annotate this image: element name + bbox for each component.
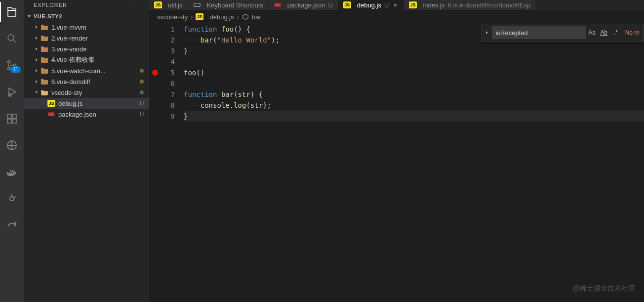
code-line[interactable]: } (184, 111, 644, 122)
remote-icon[interactable] (0, 135, 24, 155)
modified-badge: U (384, 1, 389, 9)
svg-rect-8 (12, 114, 16, 118)
code-line[interactable]: ····console.log(str); (184, 100, 644, 111)
json-icon (47, 111, 55, 118)
modified-dot-icon (138, 78, 145, 85)
close-icon[interactable]: × (392, 1, 399, 9)
tab-label: debug.js (357, 1, 381, 9)
js-icon: JS (154, 1, 162, 8)
chevron-right-icon[interactable] (33, 24, 40, 30)
sidebar-root-header[interactable]: VUE-STY2 (24, 11, 149, 22)
watermark: @稀土掘金技术社区 (573, 284, 635, 293)
search-icon[interactable] (0, 29, 24, 48)
line-number[interactable]: 8 (149, 100, 175, 111)
folder-item[interactable]: 6.vue-domdiff (24, 76, 149, 87)
extensions-icon[interactable] (0, 109, 24, 129)
svg-point-10 (10, 197, 14, 201)
tab-label: util.js (168, 1, 183, 9)
code-content[interactable]: function foo() {····bar("Hello World");}… (184, 24, 644, 302)
editor-tab[interactable]: JSutil.js (149, 0, 188, 10)
folder-item[interactable]: 4.vue-依赖收集 (24, 54, 149, 65)
js-icon: JS (196, 13, 203, 20)
untracked-badge: U (138, 111, 145, 118)
find-status: No re (621, 29, 644, 36)
chevron-right-icon[interactable] (33, 35, 40, 41)
explorer-icon[interactable] (0, 2, 24, 22)
breadcrumbs[interactable]: vscode-sty › JS debug.js › bar (149, 10, 644, 24)
code-line[interactable]: function bar(str) { (184, 89, 644, 100)
gutter[interactable]: 123456789 (149, 24, 184, 302)
find-input[interactable] (492, 26, 586, 39)
editor-tab[interactable]: package.json U (269, 0, 338, 10)
regex-icon[interactable]: .* (610, 27, 621, 38)
breadcrumb-seg[interactable]: bar (252, 13, 261, 21)
editor-tab[interactable]: JSdebug.js U × (338, 0, 404, 10)
chevron-down-icon[interactable] (33, 89, 40, 95)
breakpoint-icon[interactable] (152, 70, 158, 76)
match-word-icon[interactable]: Ab (599, 27, 609, 38)
tab-label: package.json (287, 1, 325, 9)
chevron-right-icon[interactable] (33, 46, 40, 52)
share-icon[interactable] (0, 216, 24, 235)
find-expand-icon[interactable] (482, 30, 492, 36)
tree-label: debug.js (58, 100, 138, 107)
code-line[interactable] (184, 78, 644, 89)
chevron-right-icon[interactable] (33, 79, 40, 85)
editor-tab[interactable]: JSindex.js 6.vue-domdiff/src/domdiffExp (404, 0, 536, 10)
svg-point-2 (8, 68, 10, 70)
svg-rect-12 (194, 3, 200, 7)
chevron-right-icon[interactable] (33, 57, 40, 63)
code-line[interactable]: } (184, 45, 644, 56)
untracked-badge: U (138, 100, 145, 107)
code-line[interactable] (184, 56, 644, 67)
keyboard-icon (193, 1, 201, 8)
tree-label: 2.vue-render (51, 35, 145, 42)
editor-tab[interactable]: Keyboard Shortcuts (188, 0, 269, 10)
svg-rect-6 (7, 119, 11, 123)
tree-label: 3.vue-vnode (51, 45, 145, 53)
file-tree: 1.vue-mvvm2.vue-render3.vue-vnode4.vue-依… (24, 22, 149, 302)
file-item[interactable]: package.jsonU (24, 109, 149, 120)
tree-label: package.json (58, 111, 138, 118)
folder-item[interactable]: 2.vue-render (24, 33, 149, 43)
svg-rect-7 (12, 119, 16, 123)
line-number[interactable]: 6 (149, 78, 175, 89)
chevron-right-icon[interactable] (33, 68, 40, 74)
tree-label: 5.vue-watch-com... (51, 67, 138, 75)
line-number[interactable]: 2 (149, 35, 175, 45)
line-number[interactable]: 1 (149, 24, 175, 35)
editor[interactable]: 123456789 function foo() {····bar("Hello… (149, 24, 644, 302)
symbol-icon (242, 13, 249, 20)
activity-bar: 11 (0, 0, 24, 302)
match-case-icon[interactable]: Aa (587, 27, 598, 38)
scm-badge: 11 (10, 66, 21, 73)
modified-dot-icon (138, 89, 145, 96)
line-number[interactable]: 4 (149, 56, 175, 67)
tree-label: 4.vue-依赖收集 (51, 55, 145, 64)
line-number[interactable]: 7 (149, 89, 175, 100)
js-icon: JS (409, 1, 417, 8)
docker-icon[interactable] (0, 162, 24, 182)
svg-rect-11 (48, 113, 54, 116)
folder-item[interactable]: 3.vue-vnode (24, 43, 149, 54)
explorer-sidebar: EXPLORER··· VUE-STY2 1.vue-mvvm2.vue-ren… (24, 0, 149, 302)
find-widget: Aa Ab .* No re (482, 24, 644, 42)
chevron-right-icon: › (237, 13, 239, 21)
svg-rect-13 (275, 3, 281, 7)
folder-item[interactable]: 5.vue-watch-com... (24, 65, 149, 76)
gitlens-icon[interactable] (0, 189, 24, 209)
tab-bar: JSutil.jsKeyboard Shortcutspackage.json … (149, 0, 644, 10)
breadcrumb-seg[interactable]: vscode-sty (157, 13, 188, 21)
file-item[interactable]: JSdebug.jsU (24, 98, 149, 109)
source-control-icon[interactable]: 11 (0, 55, 24, 75)
line-number[interactable]: 9 (149, 111, 175, 122)
svg-point-1 (8, 61, 10, 63)
code-line[interactable]: foo() (184, 67, 644, 78)
run-debug-icon[interactable] (0, 82, 24, 102)
line-number[interactable]: 3 (149, 45, 175, 56)
editor-area: JSutil.jsKeyboard Shortcutspackage.json … (149, 0, 644, 302)
breadcrumb-seg[interactable]: debug.js (209, 13, 234, 21)
folder-item[interactable]: 1.vue-mvvm (24, 22, 149, 33)
tree-label: 6.vue-domdiff (51, 78, 138, 86)
folder-item[interactable]: vscode-sty (24, 87, 149, 98)
